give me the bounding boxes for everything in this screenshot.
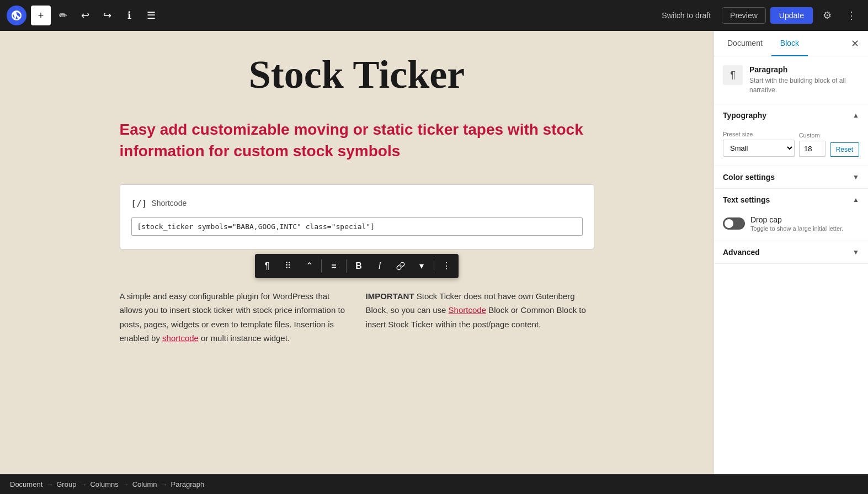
color-settings-label: Color settings xyxy=(723,173,775,182)
advanced-chevron-icon: ▼ xyxy=(853,248,859,256)
status-bar: Document → Group → Columns → Column → Pa… xyxy=(0,474,868,494)
typography-controls: Preset size Small Medium Large X-Large C… xyxy=(723,131,859,157)
top-toolbar: + ✏ ↩ ↪ ℹ ☰ Switch to draft Preview Upda… xyxy=(0,0,868,31)
breadcrumb-columns[interactable]: Columns xyxy=(89,480,119,488)
drop-cap-label-group: Drop cap Toggle to show a large initial … xyxy=(750,215,843,232)
switch-to-draft-button[interactable]: Switch to draft xyxy=(655,8,717,23)
text-settings-section: Text settings ▲ Drop cap Toggle to show … xyxy=(714,189,868,241)
breadcrumb-paragraph[interactable]: Paragraph xyxy=(169,480,205,488)
shortcode-icon: [/] xyxy=(131,198,147,209)
color-settings-section: Color settings ▼ xyxy=(714,166,868,189)
editor-content: Stock Ticker Easy add customizable movin… xyxy=(120,53,594,346)
col2-text[interactable]: IMPORTANT Stock Ticker does not have own… xyxy=(366,289,594,332)
align-button[interactable]: ≡ xyxy=(324,256,344,276)
text-settings-label: Text settings xyxy=(723,195,770,204)
advanced-label: Advanced xyxy=(723,248,760,257)
reset-group: Reset xyxy=(830,142,859,157)
text-settings-content: Drop cap Toggle to show a large initial … xyxy=(714,211,868,241)
breadcrumb-sep-2: → xyxy=(79,480,87,488)
advanced-header[interactable]: Advanced ▼ xyxy=(714,241,868,263)
drop-cap-title: Drop cap xyxy=(750,215,843,224)
wp-logo[interactable] xyxy=(7,6,26,25)
subtitle-paragraph[interactable]: Easy add customizable moving or static t… xyxy=(120,119,594,162)
floating-toolbar: ¶ ⠿ ⌃ ≡ B I ▾ ⋮ xyxy=(255,254,459,278)
drag-handle-button[interactable]: ⠿ xyxy=(278,256,298,276)
toolbar-divider-1 xyxy=(321,259,322,273)
italic-button[interactable]: I xyxy=(370,256,390,276)
typography-header[interactable]: Typography ▲ xyxy=(714,104,868,126)
content-col-2: IMPORTANT Stock Ticker does not have own… xyxy=(366,289,594,346)
custom-size-group: Custom xyxy=(799,132,826,157)
breadcrumb-group[interactable]: Group xyxy=(55,480,77,488)
main-area: Stock Ticker Easy add customizable movin… xyxy=(0,31,868,474)
text-settings-chevron-icon: ▲ xyxy=(853,196,859,204)
content-columns: A simple and easy configurable plugin fo… xyxy=(120,289,594,346)
more-rich-text-button[interactable]: ▾ xyxy=(412,256,432,276)
shortcode-input[interactable] xyxy=(131,217,583,236)
block-tab[interactable]: Block xyxy=(771,31,808,56)
shortcode-link-2[interactable]: Shortcode xyxy=(449,305,486,315)
panel-tabs: Document Block ✕ xyxy=(714,31,868,56)
typography-section: Typography ▲ Preset size Small Medium La… xyxy=(714,104,868,166)
undo-button[interactable]: ↩ xyxy=(75,6,95,25)
typography-label: Typography xyxy=(723,111,766,120)
custom-label: Custom xyxy=(799,132,826,139)
breadcrumb-sep-4: → xyxy=(160,480,167,488)
top-right-actions: Switch to draft Preview Update ⚙ ⋮ xyxy=(655,6,861,25)
toolbar-divider-3 xyxy=(434,259,434,273)
block-info-text: Paragraph Start with the building block … xyxy=(749,65,859,95)
preview-button[interactable]: Preview xyxy=(722,7,766,24)
text-settings-header[interactable]: Text settings ▲ xyxy=(714,189,868,211)
tools-button[interactable]: ✏ xyxy=(53,6,73,25)
preset-size-label: Preset size xyxy=(723,131,795,137)
color-settings-chevron-icon: ▼ xyxy=(853,173,859,181)
link-button[interactable] xyxy=(391,256,411,276)
content-col-1: A simple and easy configurable plugin fo… xyxy=(120,289,348,346)
shortcode-header: [/] Shortcode xyxy=(131,198,583,209)
col1-text[interactable]: A simple and easy configurable plugin fo… xyxy=(120,289,348,346)
typography-chevron-icon: ▲ xyxy=(853,111,859,119)
bold-button[interactable]: B xyxy=(349,256,369,276)
drop-cap-toggle[interactable] xyxy=(723,217,745,230)
block-name: Paragraph xyxy=(749,65,859,74)
block-description: Start with the building block of all nar… xyxy=(749,76,859,95)
preset-size-select[interactable]: Small Medium Large X-Large xyxy=(723,140,795,157)
breadcrumb-column[interactable]: Column xyxy=(131,480,158,488)
shortcode-link-1[interactable]: shortcode xyxy=(162,333,199,343)
update-button[interactable]: Update xyxy=(770,7,813,24)
details-button[interactable]: ℹ xyxy=(119,6,139,25)
shortcode-label: Shortcode xyxy=(151,199,187,208)
redo-button[interactable]: ↪ xyxy=(97,6,117,25)
settings-button[interactable]: ⚙ xyxy=(817,6,837,25)
reset-button[interactable]: Reset xyxy=(830,142,859,157)
custom-size-input[interactable] xyxy=(799,141,826,157)
preset-size-group: Preset size Small Medium Large X-Large xyxy=(723,131,795,157)
add-block-button[interactable]: + xyxy=(31,6,51,25)
drop-cap-desc: Toggle to show a large initial letter. xyxy=(750,225,843,232)
breadcrumb-sep-1: → xyxy=(46,480,53,488)
drop-cap-row: Drop cap Toggle to show a large initial … xyxy=(723,215,859,232)
advanced-section: Advanced ▼ xyxy=(714,241,868,264)
paragraph-block-icon: ¶ xyxy=(723,65,743,85)
toolbar-divider-2 xyxy=(346,259,347,273)
move-button[interactable]: ⌃ xyxy=(299,256,319,276)
shortcode-block: [/] Shortcode xyxy=(120,184,594,249)
more-options-button[interactable]: ⋮ xyxy=(842,6,861,25)
typography-content: Preset size Small Medium Large X-Large C… xyxy=(714,126,868,166)
paragraph-type-button[interactable]: ¶ xyxy=(257,256,277,276)
block-info: ¶ Paragraph Start with the building bloc… xyxy=(714,56,868,104)
breadcrumb-sep-3: → xyxy=(122,480,129,488)
panel-close-button[interactable]: ✕ xyxy=(846,35,864,52)
editor-area[interactable]: Stock Ticker Easy add customizable movin… xyxy=(0,31,713,474)
breadcrumb-document[interactable]: Document xyxy=(9,480,44,488)
document-tab[interactable]: Document xyxy=(718,31,771,56)
list-view-button[interactable]: ☰ xyxy=(141,6,161,25)
right-panel: Document Block ✕ ¶ Paragraph Start with … xyxy=(713,31,868,474)
color-settings-header[interactable]: Color settings ▼ xyxy=(714,166,868,188)
block-options-button[interactable]: ⋮ xyxy=(436,256,456,276)
page-title: Stock Ticker xyxy=(120,53,594,97)
